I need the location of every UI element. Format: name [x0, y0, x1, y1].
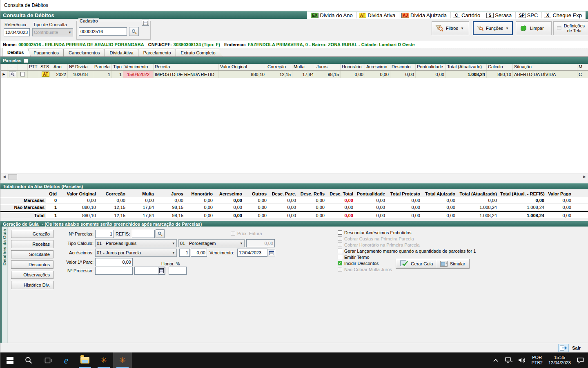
refis-search-button[interactable]	[156, 229, 165, 238]
option-descontar-acr-scimos-embutidos[interactable]: Descontar Acréscimos Embutidos	[338, 230, 476, 235]
totals-cell: 0,00	[355, 198, 387, 203]
cadastro-list-button[interactable]	[142, 20, 149, 26]
referencia-input[interactable]	[4, 28, 30, 36]
option-cobrar-honor-rio-na-primeira-parcela[interactable]: Cobrar Honorário na Primeira Parcela	[338, 242, 476, 247]
list-icon	[143, 21, 148, 25]
cadastro-input[interactable]	[79, 27, 127, 36]
prox-fatura-check[interactable]: Próx. Fatura	[231, 231, 262, 236]
tab-cancelamentos[interactable]: Cancelamentos	[63, 49, 107, 56]
scroll-left-icon[interactable]: ◀	[1, 174, 8, 180]
checkbox[interactable]	[338, 242, 342, 247]
file-explorer-button[interactable]	[76, 352, 94, 368]
task-view-button[interactable]	[38, 352, 57, 368]
cadastro-search-button[interactable]	[129, 27, 139, 36]
notification-center-button[interactable]	[574, 352, 586, 368]
side-button-hist-rico-div-[interactable]: Histórico Div.	[11, 281, 53, 289]
checkbox[interactable]	[338, 267, 342, 272]
detalhes-guia-tab[interactable]: Detalhes da Guia	[0, 227, 8, 343]
side-button-solicitante[interactable]: Solicitante	[11, 250, 53, 258]
checkbox[interactable]	[338, 236, 342, 241]
table-row[interactable]: ▶AT20221020181115/04/2022IMPOSTO DE REND…	[1, 71, 588, 78]
grid-col-header: Desconto	[390, 64, 416, 70]
checkbox[interactable]	[338, 230, 342, 235]
spacer	[0, 180, 588, 183]
funcoes-button[interactable]: Funções▼	[473, 21, 513, 35]
grid-col-header: STS	[39, 64, 52, 70]
scroll-right-icon[interactable]: ▶	[581, 174, 588, 180]
side-button-descontos[interactable]: Descontos	[11, 260, 53, 269]
tipo-consulta-label: Tipo de Consulta	[33, 22, 67, 27]
totals-cell: 0,00	[387, 198, 422, 203]
grid-col-header: Correção	[266, 64, 292, 70]
honor-input[interactable]	[169, 267, 187, 275]
scrollbar-thumb[interactable]	[8, 174, 17, 180]
totals-table: QtdValor OriginalCorreçãoMultaJurosHonor…	[0, 189, 588, 221]
legend-label: Divida do Ano	[320, 12, 352, 18]
totals-col-header: Pontualidade	[355, 191, 387, 196]
tab-débitos[interactable]: Débitos	[2, 48, 31, 56]
option-gerar-lan-amento-mesmo-quando-a-quantida[interactable]: Gerar Lançamento mesmo quando a quantida…	[338, 248, 476, 254]
grid-cell-ano: 2022	[52, 71, 68, 78]
calendar-button[interactable]	[268, 249, 275, 256]
totals-col-header: Total Protesto	[387, 191, 422, 196]
side-button-observa-es[interactable]: Observações	[11, 271, 53, 279]
volume-tray-button[interactable]	[516, 352, 528, 368]
processo-input[interactable]	[95, 267, 133, 275]
definicoes-tela-button[interactable]: Definiçõesde Tela	[553, 21, 588, 35]
parcelas-checkbox[interactable]	[24, 58, 28, 63]
tab-pagamentos[interactable]: Pagamentos	[28, 49, 66, 56]
app-button-1[interactable]: ✳	[94, 352, 113, 368]
row-detail-search-button[interactable]	[9, 72, 16, 77]
simular-button[interactable]: Simular	[436, 259, 470, 269]
acrescimos-amount-input[interactable]	[191, 249, 207, 257]
checkbox[interactable]	[338, 249, 342, 253]
clock[interactable]: 15:35 12/04/2023	[546, 355, 573, 366]
acrescimos-qty-input[interactable]	[179, 249, 190, 257]
prox-fatura-checkbox[interactable]	[231, 231, 235, 236]
refis-input[interactable]	[132, 230, 155, 238]
sair-button[interactable]: Sair	[554, 343, 585, 352]
valor-parc-input[interactable]	[95, 258, 133, 266]
horizontal-scrollbar[interactable]: ◀ ▶	[1, 173, 588, 180]
vencimento-input[interactable]	[237, 249, 267, 257]
tab-dívida-ativa[interactable]: Dívida Ativa	[105, 49, 140, 56]
row-select-checkbox[interactable]	[20, 72, 25, 76]
grid-col-header: Nº Divida	[68, 64, 93, 70]
totals-col-header: Desc. Total	[326, 191, 355, 196]
legend-badge-aj: AJ	[401, 13, 409, 18]
exit-strip: Sair	[0, 343, 588, 352]
start-button[interactable]	[0, 352, 19, 368]
cnpj-value: 30380308134 (Tipo: F)	[174, 42, 220, 47]
generation-note: - (Os itens abaixo somente serão preench…	[42, 222, 202, 227]
side-button-receitas[interactable]: Receitas	[11, 240, 53, 248]
network-tray-button[interactable]	[503, 352, 515, 368]
gerar-guia-button[interactable]: Gerar Guia	[396, 259, 437, 269]
chevron-down-icon: ▼	[170, 251, 175, 255]
taskbar-search-button[interactable]	[19, 352, 38, 368]
tab-bar: DébitosPagamentosCancelamentosDívida Ati…	[0, 48, 588, 57]
cnpj-label: CNPJ/CPF:	[148, 42, 172, 47]
num-parcelas-input[interactable]	[95, 230, 114, 238]
totals-cell: 0,00	[355, 213, 387, 218]
calculator-button[interactable]	[158, 267, 165, 274]
acrescimos-select[interactable]: 01 - Juros por Parcela▼	[95, 249, 177, 257]
tab-parcelamento[interactable]: Parcelamento	[138, 49, 178, 56]
filtros-button[interactable]: Filtros▼	[432, 21, 469, 35]
totals-cell: 98,15	[156, 213, 185, 218]
generation-form: Nº Parcelas: REFIS: Próx. Fatura Tipo Cá…	[56, 227, 588, 343]
tray-expand-button[interactable]	[490, 352, 502, 368]
totals-cell: 0,00	[244, 198, 268, 203]
checkbox[interactable]	[338, 255, 342, 259]
language-indicator[interactable]: POR PTB2	[529, 355, 545, 366]
option-cobrar-custas-na-primeira-parcela[interactable]: Cobrar Custas na Primeira Parcela	[338, 236, 476, 241]
tipo-calculo-select[interactable]: 01 - Parcelas Iguais▼	[95, 239, 177, 247]
limpar-button[interactable]: Limpar	[516, 21, 552, 35]
tab-extrato-completo[interactable]: Extrato Completo	[176, 49, 223, 56]
porcentagem-select[interactable]: 01 - Porcentagem▼	[178, 239, 245, 247]
internet-explorer-button[interactable]: e	[57, 352, 76, 368]
grid-cell-situa-o: ABERTO DA DÍVIDA	[513, 71, 577, 78]
side-button-gera-o[interactable]: Geração	[11, 230, 53, 238]
totals-row-label: Não Marcadas	[0, 205, 46, 210]
checkbox[interactable]	[338, 261, 342, 265]
app-button-2-active[interactable]: ✳	[113, 352, 132, 368]
